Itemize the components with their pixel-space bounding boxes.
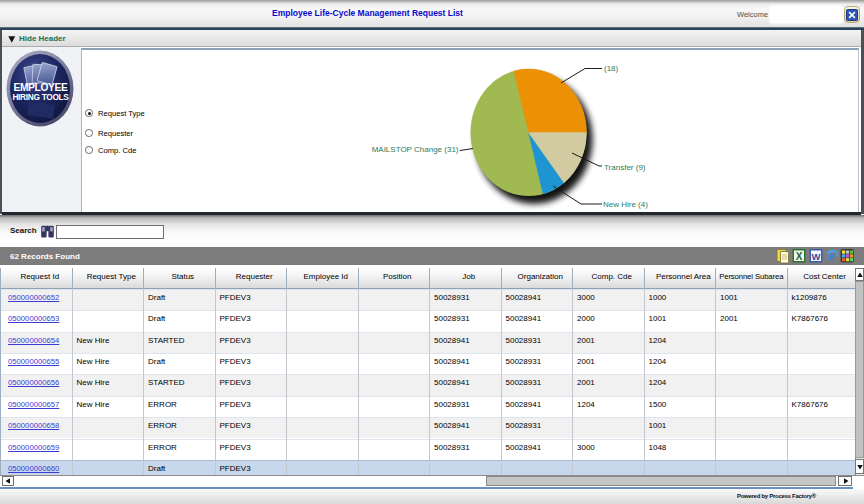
svg-text:W: W bbox=[812, 251, 821, 262]
svg-text:MAILSTOP Change (31): MAILSTOP Change (31) bbox=[372, 145, 459, 154]
svg-text:Transfer (9): Transfer (9) bbox=[604, 163, 646, 172]
svg-text:X: X bbox=[796, 251, 803, 262]
svg-text:(18): (18) bbox=[604, 64, 619, 73]
svg-text:HIRING TOOLS: HIRING TOOLS bbox=[12, 92, 69, 102]
svg-text:New Hire (4): New Hire (4) bbox=[603, 200, 648, 209]
